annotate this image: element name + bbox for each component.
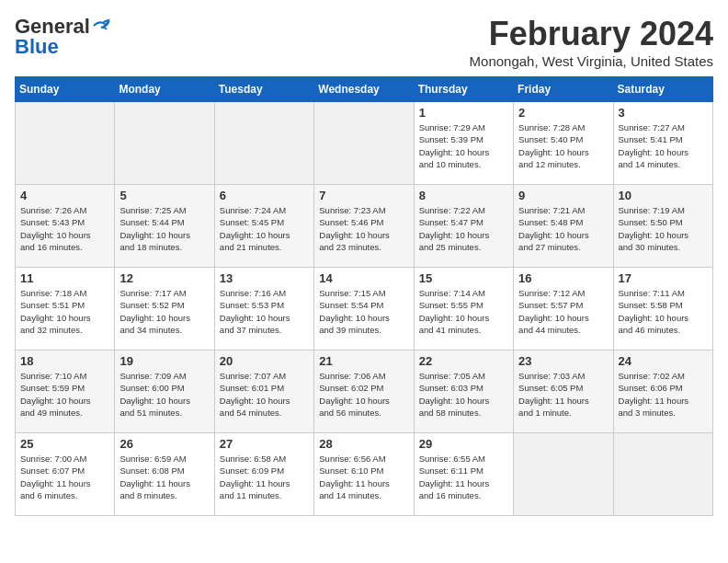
day-number: 10	[619, 189, 708, 202]
day-info: Sunrise: 7:10 AM Sunset: 5:59 PM Dayligh…	[20, 370, 109, 419]
day-info: Sunrise: 7:21 AM Sunset: 5:48 PM Dayligh…	[518, 204, 608, 253]
day-number: 27	[220, 437, 309, 451]
table-row: 17Sunrise: 7:11 AM Sunset: 5:58 PM Dayli…	[613, 268, 712, 350]
day-info: Sunrise: 7:02 AM Sunset: 6:06 PM Dayligh…	[619, 370, 708, 419]
table-row: 2Sunrise: 7:28 AM Sunset: 5:40 PM Daylig…	[514, 102, 613, 185]
day-number: 17	[619, 271, 708, 285]
calendar-week-row: 1Sunrise: 7:29 AM Sunset: 5:39 PM Daylig…	[16, 102, 713, 185]
day-number: 29	[419, 437, 508, 451]
day-number: 20	[220, 354, 309, 368]
table-row: 1Sunrise: 7:29 AM Sunset: 5:39 PM Daylig…	[414, 102, 513, 185]
table-row: 6Sunrise: 7:24 AM Sunset: 5:45 PM Daylig…	[214, 185, 313, 268]
day-number: 6	[220, 189, 309, 202]
day-info: Sunrise: 7:18 AM Sunset: 5:51 PM Dayligh…	[20, 287, 109, 336]
col-wednesday: Wednesday	[314, 77, 414, 102]
day-number: 9	[518, 189, 608, 202]
col-monday: Monday	[115, 77, 214, 102]
day-info: Sunrise: 7:06 AM Sunset: 6:02 PM Dayligh…	[319, 370, 408, 419]
day-number: 19	[119, 354, 209, 368]
day-info: Sunrise: 6:56 AM Sunset: 6:10 PM Dayligh…	[319, 453, 408, 501]
day-info: Sunrise: 7:09 AM Sunset: 6:00 PM Dayligh…	[119, 370, 209, 419]
table-row: 20Sunrise: 7:07 AM Sunset: 6:01 PM Dayli…	[214, 350, 313, 433]
table-row	[115, 102, 214, 185]
day-number: 7	[319, 189, 408, 202]
col-friday: Friday	[514, 77, 613, 102]
day-info: Sunrise: 7:19 AM Sunset: 5:50 PM Dayligh…	[619, 204, 708, 253]
logo-blue: Blue	[15, 35, 59, 59]
table-row: 22Sunrise: 7:05 AM Sunset: 6:03 PM Dayli…	[414, 350, 513, 433]
day-number: 8	[419, 189, 508, 202]
location-subtitle: Monongah, West Virginia, United States	[470, 53, 713, 69]
table-row: 12Sunrise: 7:17 AM Sunset: 5:52 PM Dayli…	[115, 268, 214, 350]
table-row	[514, 433, 613, 516]
day-number: 1	[419, 106, 508, 120]
calendar-table: Sunday Monday Tuesday Wednesday Thursday…	[15, 76, 713, 516]
title-section: February 2024 Monongah, West Virginia, U…	[470, 15, 713, 69]
day-number: 25	[20, 437, 109, 451]
day-info: Sunrise: 7:14 AM Sunset: 5:55 PM Dayligh…	[419, 287, 508, 336]
day-number: 18	[20, 354, 109, 368]
day-number: 28	[319, 437, 408, 451]
day-info: Sunrise: 7:11 AM Sunset: 5:58 PM Dayligh…	[619, 287, 708, 336]
table-row: 4Sunrise: 7:26 AM Sunset: 5:43 PM Daylig…	[16, 185, 115, 268]
day-info: Sunrise: 7:15 AM Sunset: 5:54 PM Dayligh…	[319, 287, 408, 336]
day-info: Sunrise: 6:55 AM Sunset: 6:11 PM Dayligh…	[419, 453, 508, 501]
day-number: 2	[518, 106, 608, 120]
table-row: 19Sunrise: 7:09 AM Sunset: 6:00 PM Dayli…	[115, 350, 214, 433]
day-number: 24	[619, 354, 708, 368]
table-row: 15Sunrise: 7:14 AM Sunset: 5:55 PM Dayli…	[414, 268, 513, 350]
table-row: 23Sunrise: 7:03 AM Sunset: 6:05 PM Dayli…	[514, 350, 613, 433]
logo: General Blue	[15, 15, 112, 59]
table-row: 25Sunrise: 7:00 AM Sunset: 6:07 PM Dayli…	[16, 433, 115, 516]
table-row	[16, 102, 115, 185]
table-row: 14Sunrise: 7:15 AM Sunset: 5:54 PM Dayli…	[314, 268, 414, 350]
day-info: Sunrise: 7:05 AM Sunset: 6:03 PM Dayligh…	[419, 370, 508, 419]
calendar-week-row: 4Sunrise: 7:26 AM Sunset: 5:43 PM Daylig…	[16, 185, 713, 268]
day-info: Sunrise: 7:03 AM Sunset: 6:05 PM Dayligh…	[518, 370, 608, 419]
day-number: 12	[119, 271, 209, 285]
day-info: Sunrise: 7:27 AM Sunset: 5:41 PM Dayligh…	[619, 121, 708, 170]
day-number: 14	[319, 271, 408, 285]
col-saturday: Saturday	[613, 77, 712, 102]
day-number: 13	[220, 271, 309, 285]
calendar-week-row: 18Sunrise: 7:10 AM Sunset: 5:59 PM Dayli…	[16, 350, 713, 433]
calendar-header-row: Sunday Monday Tuesday Wednesday Thursday…	[16, 77, 713, 102]
month-year-title: February 2024	[470, 15, 713, 53]
table-row: 28Sunrise: 6:56 AM Sunset: 6:10 PM Dayli…	[314, 433, 414, 516]
day-info: Sunrise: 7:23 AM Sunset: 5:46 PM Dayligh…	[319, 204, 408, 253]
page-header: General Blue February 2024 Monongah, Wes…	[15, 15, 713, 69]
table-row: 16Sunrise: 7:12 AM Sunset: 5:57 PM Dayli…	[514, 268, 613, 350]
table-row: 3Sunrise: 7:27 AM Sunset: 5:41 PM Daylig…	[613, 102, 712, 185]
day-info: Sunrise: 7:16 AM Sunset: 5:53 PM Dayligh…	[220, 287, 309, 336]
day-number: 26	[119, 437, 209, 451]
table-row	[214, 102, 313, 185]
col-sunday: Sunday	[16, 77, 115, 102]
col-thursday: Thursday	[414, 77, 513, 102]
table-row: 18Sunrise: 7:10 AM Sunset: 5:59 PM Dayli…	[16, 350, 115, 433]
day-info: Sunrise: 7:24 AM Sunset: 5:45 PM Dayligh…	[220, 204, 309, 253]
day-number: 15	[419, 271, 508, 285]
day-info: Sunrise: 7:28 AM Sunset: 5:40 PM Dayligh…	[518, 121, 608, 170]
day-info: Sunrise: 7:26 AM Sunset: 5:43 PM Dayligh…	[20, 204, 109, 253]
table-row: 7Sunrise: 7:23 AM Sunset: 5:46 PM Daylig…	[314, 185, 414, 268]
day-number: 11	[20, 271, 109, 285]
table-row	[613, 433, 712, 516]
day-info: Sunrise: 7:00 AM Sunset: 6:07 PM Dayligh…	[20, 453, 109, 501]
logo-bird-icon	[92, 18, 112, 35]
day-number: 3	[619, 106, 708, 120]
day-number: 21	[319, 354, 408, 368]
table-row: 24Sunrise: 7:02 AM Sunset: 6:06 PM Dayli…	[613, 350, 712, 433]
day-info: Sunrise: 7:29 AM Sunset: 5:39 PM Dayligh…	[419, 121, 508, 170]
table-row: 11Sunrise: 7:18 AM Sunset: 5:51 PM Dayli…	[16, 268, 115, 350]
day-number: 5	[119, 189, 209, 202]
day-info: Sunrise: 6:59 AM Sunset: 6:08 PM Dayligh…	[119, 453, 209, 501]
table-row: 21Sunrise: 7:06 AM Sunset: 6:02 PM Dayli…	[314, 350, 414, 433]
day-number: 22	[419, 354, 508, 368]
table-row: 8Sunrise: 7:22 AM Sunset: 5:47 PM Daylig…	[414, 185, 513, 268]
table-row: 5Sunrise: 7:25 AM Sunset: 5:44 PM Daylig…	[115, 185, 214, 268]
day-info: Sunrise: 7:22 AM Sunset: 5:47 PM Dayligh…	[419, 204, 508, 253]
day-info: Sunrise: 7:17 AM Sunset: 5:52 PM Dayligh…	[119, 287, 209, 336]
table-row: 9Sunrise: 7:21 AM Sunset: 5:48 PM Daylig…	[514, 185, 613, 268]
calendar-week-row: 25Sunrise: 7:00 AM Sunset: 6:07 PM Dayli…	[16, 433, 713, 516]
table-row: 26Sunrise: 6:59 AM Sunset: 6:08 PM Dayli…	[115, 433, 214, 516]
